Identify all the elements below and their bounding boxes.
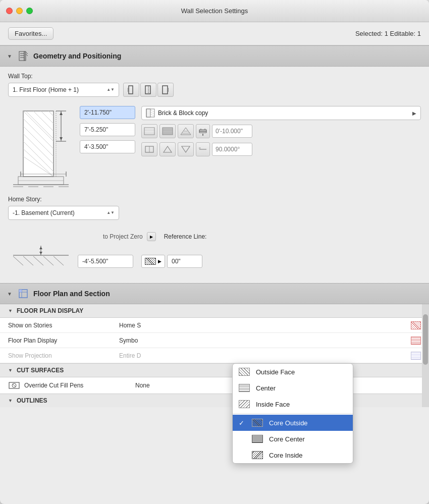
wall-diagram bbox=[8, 101, 74, 192]
center-icon bbox=[239, 383, 251, 393]
svg-marker-29 bbox=[60, 112, 63, 115]
home-story-arrows-icon: ▲▼ bbox=[106, 211, 115, 215]
measurements-column bbox=[80, 101, 135, 192]
height-tertiary-input[interactable] bbox=[80, 140, 135, 153]
angle-tool-3[interactable] bbox=[178, 142, 194, 156]
svg-line-78 bbox=[43, 256, 53, 265]
svg-line-77 bbox=[33, 256, 43, 265]
dropdown-divider bbox=[233, 413, 353, 414]
svg-rect-0 bbox=[19, 51, 24, 61]
svg-marker-81 bbox=[39, 247, 42, 249]
home-story-label: Home Story: bbox=[8, 196, 421, 203]
angle-tool-1[interactable] bbox=[141, 142, 157, 156]
maximize-button[interactable] bbox=[26, 8, 33, 14]
svg-marker-82 bbox=[39, 252, 42, 254]
geometry-section-title: Geometry and Positioning bbox=[33, 52, 121, 60]
svg-marker-30 bbox=[60, 137, 63, 140]
geometry-section-header[interactable]: ▼ Geometry and Positioning bbox=[0, 45, 429, 67]
dropdown-item-core-outside[interactable]: ✓ Core Outside bbox=[233, 415, 353, 431]
reference-offset-input[interactable] bbox=[167, 255, 202, 268]
project-zero-input[interactable] bbox=[78, 255, 133, 268]
row1-icon bbox=[411, 321, 421, 329]
svg-text:α: α bbox=[199, 146, 201, 149]
floor-plan-display-header[interactable]: ▼ FLOOR PLAN DISPLAY bbox=[0, 304, 429, 318]
reference-line-label: Reference Line: bbox=[164, 233, 207, 240]
outlines-header[interactable]: ▼ OUTLINES bbox=[0, 394, 429, 407]
hatch-tool-1[interactable] bbox=[141, 124, 157, 138]
show-on-stories-row[interactable]: Show on Stories Home S bbox=[0, 318, 429, 333]
reference-line-dropdown: Outside Face Center Inside Face ✓ bbox=[232, 363, 353, 464]
override-cut-fill-row[interactable]: Override Cut Fill Pens None bbox=[0, 377, 429, 394]
angle-tool-2[interactable] bbox=[159, 142, 176, 156]
scrollbar-thumb[interactable] bbox=[423, 314, 428, 365]
core-center-label: Core Center bbox=[269, 435, 347, 443]
scrollbar[interactable] bbox=[422, 304, 429, 407]
dropdown-item-inside-face[interactable]: Inside Face bbox=[233, 396, 353, 412]
dropdown-item-center[interactable]: Center bbox=[233, 380, 353, 396]
core-outside-check-icon: ✓ bbox=[239, 419, 247, 427]
home-story-section: Home Story: -1. Basement (Current) ▲▼ bbox=[8, 196, 421, 224]
angle-pin-icon[interactable]: α bbox=[196, 142, 210, 156]
inside-face-icon bbox=[239, 400, 251, 409]
wall-view-btn-1[interactable] bbox=[123, 83, 139, 97]
hatch-tool-2[interactable] bbox=[159, 124, 176, 138]
svg-line-6 bbox=[26, 54, 28, 56]
core-outside-icon bbox=[252, 418, 264, 427]
core-center-icon bbox=[252, 434, 264, 443]
svg-line-5 bbox=[26, 52, 28, 54]
composite-material-icon bbox=[146, 108, 155, 118]
ref-line-hatch-icon bbox=[145, 258, 156, 265]
svg-marker-71 bbox=[182, 146, 190, 152]
override-icon bbox=[8, 380, 22, 390]
favorites-button[interactable]: Favorites... bbox=[8, 27, 53, 40]
cut-surfaces-header[interactable]: ▼ CUT SURFACES bbox=[0, 363, 429, 377]
svg-rect-86 bbox=[19, 290, 22, 292]
reference-line-select[interactable]: ▶ bbox=[141, 255, 165, 268]
titlebar-buttons bbox=[6, 8, 33, 14]
wall-top-arrows-icon: ▲▼ bbox=[106, 88, 115, 92]
svg-rect-8 bbox=[128, 88, 129, 92]
show-projection-row: Show Projection Entire D bbox=[0, 348, 429, 363]
offset-input[interactable] bbox=[212, 125, 252, 138]
floor-plan-section-header[interactable]: ▼ Floor Plan and Section bbox=[0, 283, 429, 304]
outlines-chevron-icon: ▼ bbox=[8, 398, 13, 403]
geometry-chevron-icon[interactable]: ▼ bbox=[6, 52, 13, 60]
svg-rect-9 bbox=[145, 86, 150, 94]
angle-value-input[interactable] bbox=[212, 143, 252, 156]
project-zero-label: to Project Zero bbox=[103, 233, 143, 240]
composite-material-btn[interactable]: Brick & Block copy ▶ bbox=[141, 106, 421, 120]
wall-view-btn-2[interactable] bbox=[140, 83, 156, 97]
svg-line-79 bbox=[53, 256, 64, 265]
project-zero-play-icon[interactable]: ▶ bbox=[147, 232, 156, 241]
right-column: Brick & Block copy ▶ bbox=[141, 101, 421, 192]
dropdown-item-core-center[interactable]: Core Center bbox=[233, 431, 353, 447]
project-zero-row: to Project Zero ▶ Reference Line: bbox=[0, 230, 429, 243]
floor-plan-chevron-icon[interactable]: ▼ bbox=[6, 290, 13, 297]
dropdown-item-core-inside[interactable]: Core Inside bbox=[233, 447, 353, 463]
floor-plan-icon bbox=[17, 288, 29, 300]
window-title: Wall Selection Settings bbox=[181, 7, 248, 15]
floor-plan-display-row[interactable]: Floor Plan Display Symbo bbox=[0, 333, 429, 348]
project-zero-inputs-row: ▶ bbox=[0, 243, 429, 281]
dimension-pin-icon[interactable] bbox=[196, 124, 210, 138]
height-secondary-input[interactable] bbox=[80, 123, 135, 136]
hatch-tool-3[interactable] bbox=[178, 124, 194, 138]
home-story-select[interactable]: -1. Basement (Current) ▲▼ bbox=[8, 206, 119, 220]
svg-line-75 bbox=[13, 256, 23, 265]
selected-info: Selected: 1 Editable: 1 bbox=[355, 30, 421, 37]
wall-view-btn-3[interactable] bbox=[157, 83, 174, 97]
svg-rect-12 bbox=[168, 88, 169, 92]
wall-top-label: Wall Top: bbox=[8, 73, 421, 80]
cut-surfaces-chevron-icon: ▼ bbox=[8, 368, 13, 373]
toolbar: Favorites... Selected: 1 Editable: 1 bbox=[0, 22, 429, 45]
minimize-button[interactable] bbox=[16, 8, 23, 14]
height-primary-input[interactable] bbox=[80, 106, 135, 119]
geometry-panel: Wall Top: 1. First Floor (Home + 1) ▲▼ bbox=[0, 67, 429, 230]
titlebar: Wall Selection Settings bbox=[0, 0, 429, 22]
main-window: Wall Selection Settings Favorites... Sel… bbox=[0, 0, 429, 504]
row3-icon bbox=[411, 352, 421, 360]
dropdown-item-outside-face[interactable]: Outside Face bbox=[233, 364, 353, 380]
close-button[interactable] bbox=[6, 8, 13, 14]
wall-top-select[interactable]: 1. First Floor (Home + 1) ▲▼ bbox=[8, 83, 119, 97]
floor-plan-display-chevron-icon: ▼ bbox=[8, 308, 13, 313]
